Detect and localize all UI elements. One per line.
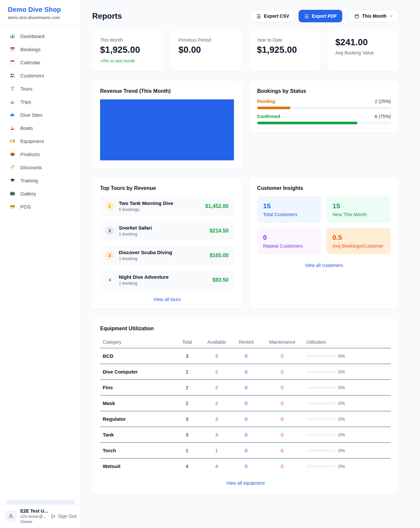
tour-bookings: 5 bookings: [119, 207, 173, 212]
user-name: E2E Test U...: [20, 508, 47, 514]
progress-track: [257, 122, 391, 124]
utilization-track: [306, 418, 335, 420]
view-all-customers-link[interactable]: View all customers: [257, 263, 391, 268]
sidebar-item-pos[interactable]: POS: [4, 200, 77, 213]
export-pdf-button[interactable]: Export PDF: [299, 10, 342, 22]
available-cell: 3: [202, 411, 231, 427]
utilization-percent: 0%: [338, 385, 345, 390]
export-csv-button[interactable]: Export CSV: [251, 10, 295, 22]
insight-repeat-customers: 0 Repeat Customers: [257, 228, 322, 254]
total-cell: 3: [172, 411, 202, 427]
utilization-track: [306, 371, 335, 373]
maintenance-cell: 0: [261, 458, 304, 474]
status-value: 6 (75%): [375, 114, 391, 119]
sidebar-item-label: Calendar: [20, 60, 40, 65]
sidebar-item-training[interactable]: Training: [4, 174, 77, 187]
bookings-by-status-card: Bookings by Status Pending 2 (25%) Confi…: [249, 81, 399, 132]
revenue-bar: [100, 99, 234, 160]
rented-cell: 0: [231, 443, 261, 458]
insight-label: Total Customers: [263, 212, 316, 217]
sidebar-item-products[interactable]: Products: [4, 148, 77, 161]
sidebar-item-dashboard[interactable]: Dashboard: [4, 30, 77, 43]
motorboat-icon: [9, 98, 16, 105]
sidebar-item-boats[interactable]: Boats: [4, 121, 77, 134]
sidebar-item-label: Bookings: [20, 47, 41, 52]
insight-value: 15: [332, 202, 385, 210]
graduation-cap-icon: [9, 177, 16, 184]
middle-row: Top Tours by Revenue 1 Two Tank Morning …: [92, 178, 399, 309]
insight-new-this-month: 15 New This Month: [326, 196, 391, 223]
sidebar-item-equipment[interactable]: Equipment: [4, 134, 77, 148]
tour-amount: $93.50: [213, 277, 229, 283]
utilization-cell: 0%: [304, 364, 391, 380]
camera-icon: [9, 190, 16, 197]
equipment-utilization-title: Equipment Utilization: [100, 326, 391, 332]
sidebar-item-calendar[interactable]: Calendar: [4, 56, 77, 69]
table-row: Regulator 3 3 0 0 0%: [100, 411, 391, 427]
sign-out-button[interactable]: Sign Out: [51, 514, 76, 519]
rank-badge: 3: [105, 251, 114, 260]
sidebar-item-label: Customers: [20, 73, 44, 78]
sidebar-item-discounts[interactable]: Discounts: [4, 161, 77, 174]
status-label: Confirmed: [257, 114, 280, 119]
view-all-equipment-link[interactable]: View all equipment: [100, 480, 391, 486]
tour-name: Night Dive Adventure: [119, 274, 169, 280]
users-icon: [9, 72, 16, 79]
sidebar-item-tours[interactable]: Tours: [4, 82, 77, 95]
available-cell: 1: [202, 443, 231, 458]
tour-row: 2 Snorkel Safari 1 booking $214.50: [100, 221, 234, 240]
sidebar-item-label: Gallery: [20, 191, 36, 196]
customer-insights-card: Customer Insights 15 Total Customers 15 …: [249, 178, 399, 309]
column-header: Total: [172, 336, 202, 348]
stat-card-previous-period: Previous Period $0.00: [171, 31, 242, 71]
available-cell: 2: [202, 396, 231, 411]
maintenance-cell: 0: [261, 396, 304, 411]
utilization-cell: 0%: [304, 396, 391, 411]
table-row: Fins 2 2 0 0 0%: [100, 380, 391, 396]
calendar-date-icon: 17: [9, 46, 16, 52]
column-header: Available: [202, 336, 231, 348]
available-cell: 3: [202, 427, 231, 443]
top-tours-title: Top Tours by Revenue: [100, 185, 234, 191]
progress-fill: [257, 122, 358, 124]
view-all-tours-link[interactable]: View all tours: [100, 297, 234, 302]
rented-cell: 0: [231, 427, 261, 443]
total-cell: 1: [172, 443, 202, 458]
sidebar-item-trips[interactable]: Trips: [4, 95, 77, 108]
stat-card-year-to-date: Year to Date $1,925.00: [249, 31, 320, 71]
sidebar-item-label: Tours: [20, 86, 32, 91]
revenue-trend-card: Revenue Trend (This Month): [92, 81, 242, 169]
insight-value: 0: [263, 234, 316, 241]
sidebar-item-label: Products: [20, 152, 40, 157]
equipment-utilization-card: Equipment Utilization Category Total Ava…: [92, 318, 399, 494]
period-select[interactable]: This Month: [349, 10, 399, 22]
sidebar-item-dive-sites[interactable]: Dive Sites: [4, 108, 77, 121]
tour-bookings: 1 booking: [119, 281, 169, 286]
category-cell: Tank: [100, 427, 172, 443]
table-header-row: Category Total Available Rented Maintena…: [100, 336, 391, 348]
rank-badge: 1: [105, 202, 114, 211]
rented-cell: 0: [231, 396, 261, 411]
status-row-pending: Pending 2 (25%): [257, 99, 391, 109]
stat-value: $0.00: [178, 45, 234, 55]
category-cell: Dive Computer: [100, 364, 172, 380]
sidebar-item-reports[interactable]: [7, 500, 74, 504]
sign-out-label: Sign Out: [58, 514, 76, 519]
brand: Demo Dive Shop demo.test.divestreams.com: [0, 0, 81, 26]
bar-chart-icon: [9, 33, 16, 39]
tag-icon: [9, 164, 16, 171]
maintenance-cell: 0: [261, 411, 304, 427]
sidebar-item-gallery[interactable]: Gallery: [4, 187, 77, 200]
insight-label: Avg Bookings/Customer: [332, 243, 385, 249]
sailboat-icon: [9, 125, 16, 131]
charts-row: Revenue Trend (This Month) Bookings by S…: [92, 81, 399, 169]
sidebar-item-bookings[interactable]: 17 Bookings: [4, 43, 77, 56]
total-cell: 3: [172, 427, 202, 443]
tour-amount: $165.00: [210, 253, 229, 258]
sidebar-item-customers[interactable]: Customers: [4, 69, 77, 82]
total-cell: 2: [172, 396, 202, 411]
maintenance-cell: 0: [261, 364, 304, 380]
tour-amount: $1,452.00: [205, 203, 228, 209]
sidebar-item-label: Dive Sites: [20, 112, 43, 118]
logout-icon: [51, 514, 56, 519]
